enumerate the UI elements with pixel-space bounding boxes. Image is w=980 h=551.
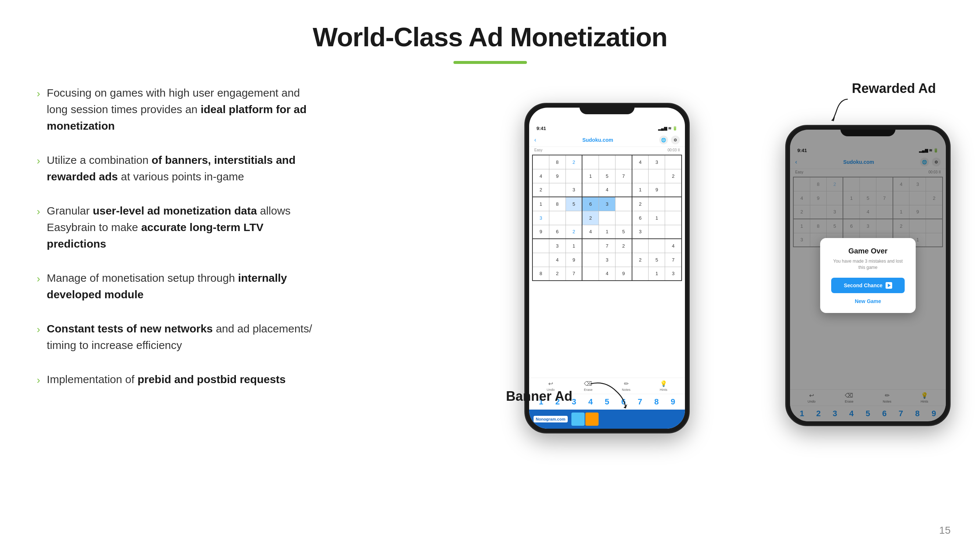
bullet-arrow-2: › (37, 153, 40, 168)
phone1-header-icons: 🌐 ⚙ (659, 135, 680, 144)
game-over-desc: You have made 3 mistakes and lost this g… (831, 258, 905, 271)
bullet-text-6: Implementation of prebid and postbid req… (47, 371, 285, 387)
bullet-text-2: Utilize a combination of banners, inters… (47, 152, 323, 185)
phones-area: Rewarded Ad 9:41 ▂▄▆ ≋ 🔋 ‹ Sudoku.com (480, 73, 958, 478)
phone1-time: 9:41 (536, 125, 546, 131)
phone1-gear-icon: ⚙ (671, 135, 680, 144)
phone1-toolbar-hints: 💡 Hints (660, 380, 668, 392)
phone1-difficulty: Easy (534, 148, 542, 152)
phone1-app-header: ‹ Sudoku.com 🌐 ⚙ (529, 133, 685, 147)
bullet-item-1: › Focusing on games with high user engag… (37, 84, 323, 134)
second-chance-button[interactable]: Second Chance (831, 278, 905, 293)
game-over-title: Game Over (831, 247, 905, 255)
bullet-item-3: › Granular user-level ad monetization da… (37, 202, 323, 252)
rewarded-ad-arrow-svg (818, 95, 855, 125)
page-title: World-Class Ad Monetization (0, 0, 980, 52)
phone1-banner-imgs (571, 413, 598, 426)
phone1-difficulty-bar: Easy 00:03 II (529, 147, 685, 153)
sudoku-row-4: 1 8 5 6 3 2 (533, 197, 682, 211)
phone1-timer: 00:03 II (668, 148, 680, 152)
phone1-notch (579, 104, 635, 114)
sudoku-row-5: 3 2 6 1 (533, 211, 682, 225)
phone1-sudoku-container: 8 2 4 3 4 (529, 153, 685, 378)
video-triangle (888, 284, 891, 287)
game-over-overlay: Game Over You have made 3 mistakes and l… (790, 130, 946, 421)
bullet-text-1: Focusing on games with high user engagem… (47, 84, 323, 134)
page-number: 15 (939, 524, 951, 536)
banner-thumb-1 (571, 413, 585, 426)
bullet-text-3: Granular user-level ad monetization data… (47, 202, 323, 252)
phone1-sudoku-grid: 8 2 4 3 4 (532, 155, 682, 281)
phone1-back-icon: ‹ (534, 137, 536, 143)
game-over-modal: Game Over You have made 3 mistakes and l… (820, 238, 916, 313)
video-icon (886, 282, 892, 289)
phone1-banner-logo: Nonogram.com (533, 416, 568, 422)
sudoku-row-2: 4 9 1 5 7 2 (533, 169, 682, 183)
sudoku-row-7: 3 1 7 2 4 (533, 239, 682, 253)
title-underline (453, 61, 527, 64)
sudoku-row-6: 9 6 2 4 1 5 3 (533, 225, 682, 239)
bullet-arrow-6: › (37, 373, 40, 388)
bullet-arrow-3: › (37, 204, 40, 219)
phone2-inner: 9:41 ▂▄▆ ≋ 🔋 ‹ Sudoku.com 🌐 ⚙ (790, 130, 946, 421)
phone1-app-title: Sudoku.com (582, 137, 613, 143)
bullet-arrow-1: › (37, 86, 40, 102)
bullet-text-5: Constant tests of new networks and ad pl… (47, 320, 323, 353)
phone2-outer: 9:41 ▂▄▆ ≋ 🔋 ‹ Sudoku.com 🌐 ⚙ (785, 125, 951, 426)
bullet-arrow-5: › (37, 322, 40, 337)
bullet-item-2: › Utilize a combination of banners, inte… (37, 152, 323, 185)
sudoku-row-3: 2 3 4 1 9 (533, 183, 682, 197)
second-chance-label: Second Chance (844, 283, 882, 288)
rewarded-ad-label: Rewarded Ad (852, 81, 936, 96)
sudoku-row-1: 8 2 4 3 (533, 155, 682, 169)
svg-marker-0 (831, 117, 835, 121)
bullet-list: › Focusing on games with high user engag… (37, 84, 323, 388)
phone2-screen: 9:41 ▂▄▆ ≋ 🔋 ‹ Sudoku.com 🌐 ⚙ (790, 130, 946, 421)
banner-thumb-2 (585, 413, 598, 426)
phone1-status-bar: 9:41 ▂▄▆ ≋ 🔋 (529, 121, 685, 133)
left-panel: › Focusing on games with high user engag… (37, 84, 323, 388)
phone1-globe-icon: 🌐 (659, 135, 668, 144)
bullet-item-6: › Implementation of prebid and postbid r… (37, 371, 323, 388)
bullet-item-4: › Manage of monetisation setup through i… (37, 270, 323, 303)
new-game-button[interactable]: New Game (831, 298, 905, 304)
phone2-rewarded: 9:41 ▂▄▆ ≋ 🔋 ‹ Sudoku.com 🌐 ⚙ (785, 125, 951, 426)
banner-ad-label: Banner Ad (506, 389, 573, 404)
bullet-arrow-4: › (37, 271, 40, 286)
sudoku-row-8: 4 9 3 2 5 7 (533, 253, 682, 267)
banner-ad-arrow-svg (587, 376, 631, 413)
bullet-text-4: Manage of monetisation setup through int… (47, 270, 323, 303)
phone1-status-icons: ▂▄▆ ≋ 🔋 (658, 126, 678, 131)
sudoku-row-9: 8 2 7 4 9 1 3 (533, 267, 682, 281)
bullet-item-5: › Constant tests of new networks and ad … (37, 320, 323, 353)
